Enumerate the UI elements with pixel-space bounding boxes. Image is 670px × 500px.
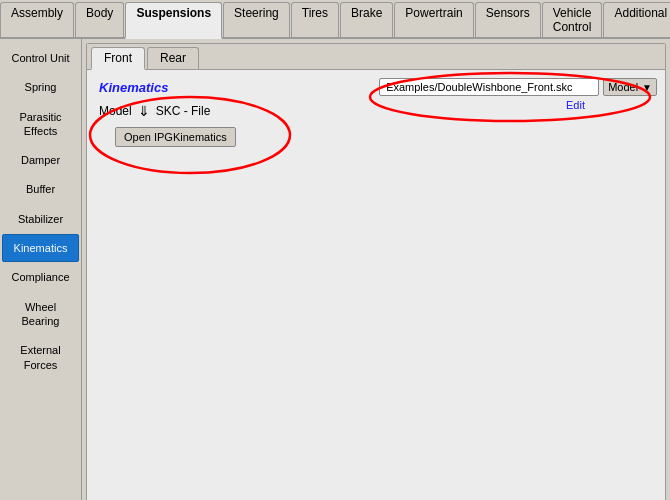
sidebar-item-wheel-bearing[interactable]: Wheel Bearing (2, 293, 79, 336)
tab-assembly[interactable]: Assembly (0, 2, 74, 37)
sidebar-item-parasitic-effects[interactable]: Parasitic Effects (2, 103, 79, 146)
tab-body[interactable]: Body (75, 2, 124, 37)
tab-sensors[interactable]: Sensors (475, 2, 541, 37)
content-panel: Front Rear Kinematics Model ⇓ SKC - File (86, 43, 666, 500)
tab-vehicle-control[interactable]: Vehicle Control (542, 2, 603, 37)
dropdown-arrow-icon: ▼ (642, 82, 652, 93)
model-type: SKC - File (156, 104, 211, 118)
tab-additional[interactable]: Additional (603, 2, 670, 37)
file-area: Examples/DoubleWishbone_Front.skc Model … (379, 78, 657, 112)
sub-tab-bar: Front Rear (87, 44, 665, 70)
tab-tires[interactable]: Tires (291, 2, 339, 37)
main-content: Control Unit Spring Parasitic Effects Da… (0, 39, 670, 500)
file-path-row: Examples/DoubleWishbone_Front.skc Model … (379, 78, 657, 96)
top-tab-bar: Assembly Body Suspensions Steering Tires… (0, 0, 670, 39)
download-icon[interactable]: ⇓ (138, 103, 150, 119)
tab-powertrain[interactable]: Powertrain (394, 2, 473, 37)
sidebar-item-external-forces[interactable]: External Forces (2, 336, 79, 379)
sidebar: Control Unit Spring Parasitic Effects Da… (0, 39, 82, 500)
model-dropdown-label: Model (608, 81, 638, 93)
panel-body: Kinematics Model ⇓ SKC - File Open IPGKi… (87, 70, 665, 157)
edit-label[interactable]: Edit (566, 99, 585, 111)
sidebar-item-compliance[interactable]: Compliance (2, 263, 79, 291)
sidebar-item-control-unit[interactable]: Control Unit (2, 44, 79, 72)
model-dropdown[interactable]: Model ▼ (603, 78, 657, 96)
tab-steering[interactable]: Steering (223, 2, 290, 37)
sidebar-item-spring[interactable]: Spring (2, 73, 79, 101)
open-ipg-kinematics-button[interactable]: Open IPGKinematics (115, 127, 236, 147)
model-label: Model (99, 104, 132, 118)
model-row: Model ⇓ SKC - File (99, 103, 236, 119)
sidebar-item-stabilizer[interactable]: Stabilizer (2, 205, 79, 233)
sidebar-item-kinematics[interactable]: Kinematics (2, 234, 79, 262)
tab-suspensions[interactable]: Suspensions (125, 2, 222, 39)
tab-brake[interactable]: Brake (340, 2, 393, 37)
sub-tab-front[interactable]: Front (91, 47, 145, 70)
file-path-input[interactable]: Examples/DoubleWishbone_Front.skc (379, 78, 599, 96)
sub-tab-rear[interactable]: Rear (147, 47, 199, 69)
sidebar-item-buffer[interactable]: Buffer (2, 175, 79, 203)
sidebar-item-damper[interactable]: Damper (2, 146, 79, 174)
